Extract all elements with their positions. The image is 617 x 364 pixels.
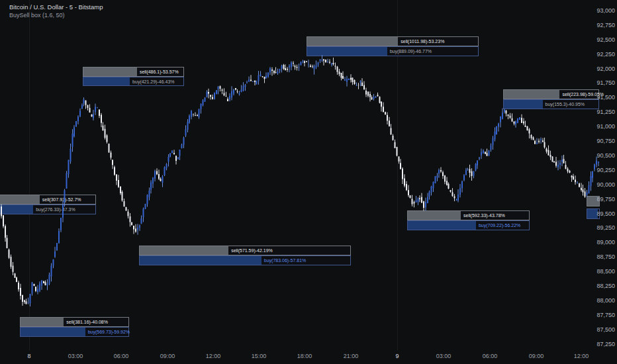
price-tick-label: 90,750 [596, 138, 615, 144]
price-tick-label: 88,250 [596, 283, 615, 289]
time-tick-label: 06:00 [114, 353, 129, 359]
chart-window: sell(307.93)-52.7%buy(276.33)-47.3%sell(… [0, 0, 617, 364]
time-tick-label: 09:00 [160, 353, 175, 359]
time-tick-label: 8 [27, 353, 30, 359]
time-tick-label: 21:00 [344, 353, 359, 359]
time-tick-label: 03:00 [68, 353, 83, 359]
price-tick-label: 91,000 [596, 123, 615, 130]
time-tick-label: 03:00 [436, 353, 451, 359]
price-tick-label: 92,250 [596, 51, 615, 58]
time-tick-label: 06:00 [483, 353, 498, 359]
price-tick-label: 91,750 [596, 79, 615, 86]
price-axis[interactable]: 93,25093,00092,75092,50092,25092,00091,7… [593, 0, 617, 364]
price-tick-label: 88,750 [596, 253, 615, 260]
price-tick-label: 89,000 [596, 239, 615, 246]
time-tick-label: 18:00 [297, 353, 312, 359]
price-tick-label: 89,750 [596, 196, 615, 203]
time-tick-label: 12:00 [574, 353, 589, 359]
time-tick-label: 09:00 [529, 353, 544, 359]
chart-legend: Bitcoin / U.S. Dollar - 5 - Bitstamp Buy… [9, 3, 103, 19]
chart-pane[interactable]: sell(307.93)-52.7%buy(276.33)-47.3%sell(… [0, 0, 617, 364]
candlestick-layer [0, 0, 600, 364]
time-axis[interactable]: 803:0006:0009:0012:0015:0018:0021:00903:… [0, 349, 600, 364]
time-tick-label: 15:00 [252, 353, 267, 359]
price-tick-label: 90,500 [596, 152, 615, 159]
price-tick-label: 87,250 [596, 341, 615, 347]
price-tick-label: 93,000 [596, 7, 615, 14]
price-tick-label: 88,000 [596, 297, 615, 304]
price-tick-label: 88,500 [596, 268, 615, 275]
price-tick-label: 89,250 [596, 224, 615, 231]
price-tick-label: 87,750 [596, 312, 615, 318]
time-tick-label: 12:00 [206, 353, 221, 359]
price-tick-label: 92,500 [596, 36, 615, 43]
price-tick-label: 90,000 [596, 181, 615, 188]
price-tick-label: 92,750 [596, 22, 615, 28]
price-tick-label: 90,250 [596, 167, 615, 173]
price-tick-label: 91,500 [596, 94, 615, 101]
price-tick-label: 87,500 [596, 326, 615, 333]
time-tick-label: 9 [395, 353, 399, 359]
price-tick-label: 92,000 [596, 66, 615, 72]
indicator-title[interactable]: BuySell box (1.6, 50) [9, 11, 103, 19]
price-tick-label: 89,500 [596, 210, 615, 217]
price-tick-label: 91,250 [596, 109, 615, 115]
symbol-title[interactable]: Bitcoin / U.S. Dollar - 5 - Bitstamp [9, 3, 103, 11]
